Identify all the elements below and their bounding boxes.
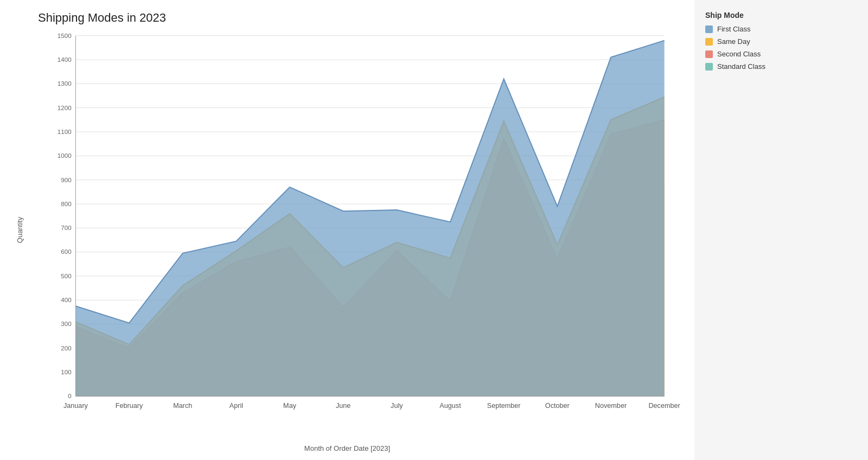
legend-item: Second Class — [705, 50, 857, 58]
svg-text:1400: 1400 — [58, 56, 72, 63]
x-axis-label: Month of Order Date [2023] — [304, 444, 390, 452]
svg-text:300: 300 — [61, 320, 72, 327]
svg-text:August: August — [439, 402, 461, 410]
svg-text:800: 800 — [61, 200, 72, 207]
svg-text:December: December — [648, 402, 680, 410]
svg-text:January: January — [63, 402, 88, 410]
legend-item: First Class — [705, 25, 857, 33]
svg-text:200: 200 — [61, 344, 72, 352]
svg-text:November: November — [595, 402, 627, 410]
chart-container: Shipping Modes in 2023 Quantity Month of… — [0, 0, 694, 460]
svg-text:July: July — [391, 402, 403, 410]
legend-swatch — [705, 50, 713, 58]
svg-text:1000: 1000 — [58, 152, 72, 159]
svg-text:1500: 1500 — [58, 32, 72, 39]
legend-title: Ship Mode — [705, 11, 857, 20]
legend-item-label: Second Class — [717, 50, 761, 58]
svg-text:0: 0 — [68, 392, 72, 399]
legend-items: First ClassSame DaySecond ClassStandard … — [705, 25, 857, 71]
legend-item: Standard Class — [705, 62, 857, 71]
legend-item-label: Standard Class — [717, 62, 765, 71]
svg-text:1300: 1300 — [58, 80, 72, 87]
svg-text:1200: 1200 — [58, 104, 72, 111]
legend-panel: Ship Mode First ClassSame DaySecond Clas… — [694, 0, 868, 460]
legend-item-label: Same Day — [717, 37, 750, 46]
svg-text:100: 100 — [61, 368, 72, 375]
svg-text:September: September — [487, 402, 521, 410]
svg-text:October: October — [545, 402, 570, 410]
chart-svg: 0100200300400500600700800900100011001200… — [38, 30, 684, 425]
legend-item: Same Day — [705, 37, 857, 46]
svg-text:February: February — [116, 402, 143, 410]
svg-text:June: June — [336, 402, 350, 410]
y-axis-label: Quantity — [16, 217, 24, 243]
svg-text:700: 700 — [61, 224, 72, 231]
svg-text:May: May — [283, 402, 297, 410]
legend-swatch — [705, 25, 713, 33]
legend-item-label: First Class — [717, 25, 750, 33]
svg-text:March: March — [173, 402, 192, 410]
svg-text:1100: 1100 — [58, 128, 72, 135]
svg-text:400: 400 — [61, 296, 72, 303]
svg-text:500: 500 — [61, 272, 72, 279]
legend-swatch — [705, 38, 713, 46]
svg-text:900: 900 — [61, 176, 72, 183]
svg-text:April: April — [229, 402, 243, 410]
chart-title: Shipping Modes in 2023 — [38, 11, 684, 25]
legend-swatch — [705, 63, 713, 71]
svg-text:600: 600 — [61, 248, 72, 255]
